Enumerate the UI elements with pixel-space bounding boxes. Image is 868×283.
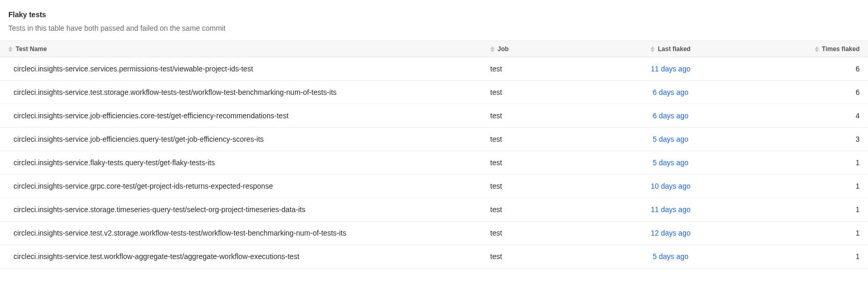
table-row[interactable]: circleci.insights-service.services.permi…: [0, 57, 868, 81]
cell-last-flaked: 11 days ago: [608, 198, 738, 222]
table-row[interactable]: circleci.insights-service.job-efficienci…: [0, 128, 868, 151]
cell-last-flaked: 12 days ago: [608, 222, 738, 245]
last-flaked-link[interactable]: 11 days ago: [650, 65, 690, 73]
table-row[interactable]: circleci.insights-service.test.v2.storag…: [0, 222, 868, 245]
col-header-job[interactable]: Job: [486, 41, 608, 57]
cell-times-flaked: 6: [738, 57, 868, 81]
cell-test-name: circleci.insights-service.services.permi…: [0, 57, 486, 81]
table-body: circleci.insights-service.services.permi…: [0, 57, 868, 268]
cell-times-flaked: 4: [738, 104, 868, 128]
cell-test-name: circleci.insights-service.job-efficienci…: [0, 104, 486, 128]
cell-last-flaked: 6 days ago: [608, 104, 738, 128]
last-flaked-link[interactable]: 10 days ago: [650, 182, 690, 190]
cell-times-flaked: 6: [738, 81, 868, 104]
cell-times-flaked: 1: [738, 198, 868, 222]
cell-test-name: circleci.insights-service.test.storage.w…: [0, 81, 486, 104]
cell-last-flaked: 6 days ago: [608, 81, 738, 104]
cell-job: test: [486, 175, 608, 198]
cell-times-flaked: 1: [738, 245, 868, 268]
cell-job: test: [486, 81, 608, 104]
sort-icon: [815, 46, 819, 52]
cell-job: test: [486, 57, 608, 81]
cell-job: test: [486, 104, 608, 128]
cell-last-flaked: 10 days ago: [608, 175, 738, 198]
table-row[interactable]: circleci.insights-service.job-efficienci…: [0, 104, 868, 128]
cell-job: test: [486, 245, 608, 268]
col-label: Last flaked: [658, 45, 691, 53]
col-header-times-flaked[interactable]: Times flaked: [738, 41, 868, 57]
cell-test-name: circleci.insights-service.test.workflow-…: [0, 245, 486, 268]
last-flaked-link[interactable]: 5 days ago: [653, 158, 689, 167]
cell-last-flaked: 5 days ago: [608, 151, 738, 175]
last-flaked-link[interactable]: 6 days ago: [653, 112, 689, 120]
flaky-tests-panel: Flaky tests Tests in this table have bot…: [0, 0, 868, 268]
col-label: Job: [498, 45, 509, 53]
col-header-test-name[interactable]: Test Name: [0, 41, 486, 57]
cell-test-name: circleci.insights-service.grpc.core-test…: [0, 175, 486, 198]
last-flaked-link[interactable]: 5 days ago: [653, 252, 689, 261]
table-row[interactable]: circleci.insights-service.test.storage.w…: [0, 81, 868, 104]
flaky-tests-table: Test Name Job: [0, 41, 868, 268]
col-header-last-flaked[interactable]: Last flaked: [608, 41, 738, 57]
cell-times-flaked: 1: [738, 151, 868, 175]
cell-last-flaked: 11 days ago: [608, 57, 738, 81]
cell-last-flaked: 5 days ago: [608, 245, 738, 268]
panel-title: Flaky tests: [8, 10, 860, 19]
sort-icon: [650, 46, 655, 52]
cell-test-name: circleci.insights-service.flaky-tests.qu…: [0, 151, 486, 175]
sort-icon: [8, 46, 13, 52]
table-row[interactable]: circleci.insights-service.grpc.core-test…: [0, 175, 868, 198]
table-row[interactable]: circleci.insights-service.test.workflow-…: [0, 245, 868, 268]
panel-subtitle: Tests in this table have both passed and…: [8, 24, 860, 32]
cell-test-name: circleci.insights-service.job-efficienci…: [0, 128, 486, 151]
sort-icon: [490, 46, 495, 52]
cell-job: test: [486, 222, 608, 245]
cell-test-name: circleci.insights-service.storage.timese…: [0, 198, 486, 222]
last-flaked-link[interactable]: 5 days ago: [653, 135, 689, 143]
cell-times-flaked: 1: [738, 222, 868, 245]
col-label: Times flaked: [822, 45, 860, 53]
last-flaked-link[interactable]: 12 days ago: [650, 229, 690, 237]
last-flaked-link[interactable]: 6 days ago: [653, 88, 689, 96]
table-head: Test Name Job: [0, 41, 868, 57]
cell-times-flaked: 1: [738, 175, 868, 198]
cell-job: test: [486, 198, 608, 222]
table-row[interactable]: circleci.insights-service.storage.timese…: [0, 198, 868, 222]
col-label: Test Name: [16, 45, 47, 53]
table-row[interactable]: circleci.insights-service.flaky-tests.qu…: [0, 151, 868, 175]
last-flaked-link[interactable]: 11 days ago: [650, 205, 690, 214]
cell-times-flaked: 3: [738, 128, 868, 151]
cell-last-flaked: 5 days ago: [608, 128, 738, 151]
cell-test-name: circleci.insights-service.test.v2.storag…: [0, 222, 486, 245]
cell-job: test: [486, 151, 608, 175]
cell-job: test: [486, 128, 608, 151]
panel-header: Flaky tests Tests in this table have bot…: [0, 0, 868, 41]
